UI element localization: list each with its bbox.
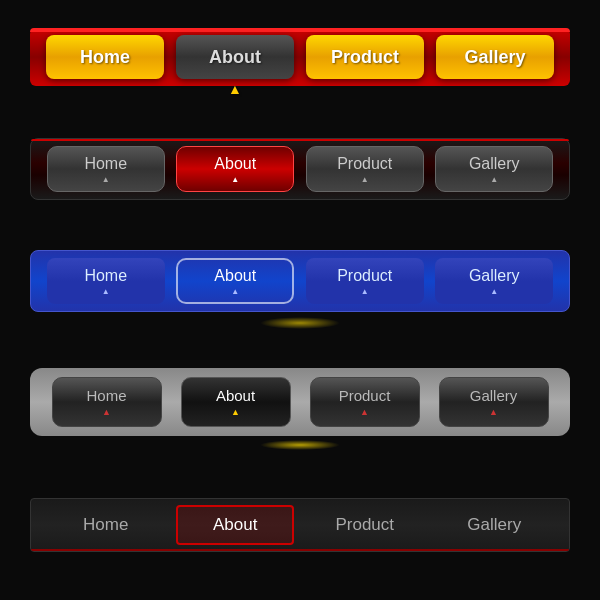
- nav3-home-button[interactable]: Home ▲: [47, 258, 165, 304]
- navbar-3: Home ▲ About ▲ Product ▲ Gallery ▲: [30, 250, 570, 312]
- nav2-gallery-arrow-icon: ▲: [490, 175, 498, 184]
- nav5-gallery-button[interactable]: Gallery: [435, 505, 553, 545]
- nav2-about-arrow-icon: ▲: [231, 175, 239, 184]
- nav2-home-label: Home: [84, 155, 127, 173]
- nav1-gallery-button[interactable]: Gallery: [436, 35, 554, 79]
- nav4-home-arrow-icon: ▲: [102, 407, 111, 417]
- nav2-gallery-label: Gallery: [469, 155, 520, 173]
- nav4-home-button[interactable]: Home ▲: [52, 377, 162, 427]
- nav1-home-button[interactable]: Home: [46, 35, 164, 79]
- nav2-about-button[interactable]: About ▲: [176, 146, 294, 192]
- nav3-gallery-button[interactable]: Gallery ▲: [435, 258, 553, 304]
- nav2-home-button[interactable]: Home ▲: [47, 146, 165, 192]
- nav1-about-button[interactable]: About: [176, 35, 294, 79]
- nav5-home-button[interactable]: Home: [47, 505, 165, 545]
- nav3-home-label: Home: [84, 267, 127, 285]
- nav3-about-label: About: [214, 267, 256, 285]
- nav4-about-arrow-icon: ▲: [231, 407, 240, 417]
- nav4-product-button[interactable]: Product ▲: [310, 377, 420, 427]
- nav5-about-label: About: [213, 515, 257, 535]
- nav2-product-button[interactable]: Product ▲: [306, 146, 424, 192]
- nav2-gallery-button[interactable]: Gallery ▲: [435, 146, 553, 192]
- nav3-product-label: Product: [337, 267, 392, 285]
- nav3-product-button[interactable]: Product ▲: [306, 258, 424, 304]
- nav4-product-label: Product: [339, 387, 391, 404]
- nav5-gallery-label: Gallery: [467, 515, 521, 535]
- navbar-4: Home ▲ About ▲ Product ▲ Gallery ▲: [30, 368, 570, 436]
- nav5-product-button[interactable]: Product: [306, 505, 424, 545]
- nav2-product-arrow-icon: ▲: [361, 175, 369, 184]
- nav2-home-arrow-icon: ▲: [102, 175, 110, 184]
- nav4-gallery-button[interactable]: Gallery ▲: [439, 377, 549, 427]
- nav3-about-button[interactable]: About ▲: [176, 258, 294, 304]
- nav1-product-button[interactable]: Product: [306, 35, 424, 79]
- nav3-home-arrow-icon: ▲: [102, 287, 110, 296]
- navbar-2: Home ▲ About ▲ Product ▲ Gallery ▲: [30, 138, 570, 200]
- navbar-5: Home About Product Gallery: [30, 498, 570, 552]
- nav5-about-button[interactable]: About: [176, 505, 294, 545]
- nav3-about-arrow-icon: ▲: [231, 287, 239, 296]
- nav3-gallery-arrow-icon: ▲: [490, 287, 498, 296]
- nav3-glow-effect: [260, 317, 340, 329]
- nav4-gallery-label: Gallery: [470, 387, 518, 404]
- nav4-product-arrow-icon: ▲: [360, 407, 369, 417]
- nav2-product-label: Product: [337, 155, 392, 173]
- nav3-product-arrow-icon: ▲: [361, 287, 369, 296]
- nav5-home-label: Home: [83, 515, 128, 535]
- nav3-gallery-label: Gallery: [469, 267, 520, 285]
- nav4-about-button[interactable]: About ▲: [181, 377, 291, 427]
- nav4-glow-effect: [260, 440, 340, 450]
- nav4-gallery-arrow-icon: ▲: [489, 407, 498, 417]
- nav2-about-label: About: [214, 155, 256, 173]
- nav5-product-label: Product: [335, 515, 394, 535]
- nav4-about-label: About: [216, 387, 255, 404]
- navbar-1: Home About Product Gallery: [30, 28, 570, 86]
- nav4-home-label: Home: [86, 387, 126, 404]
